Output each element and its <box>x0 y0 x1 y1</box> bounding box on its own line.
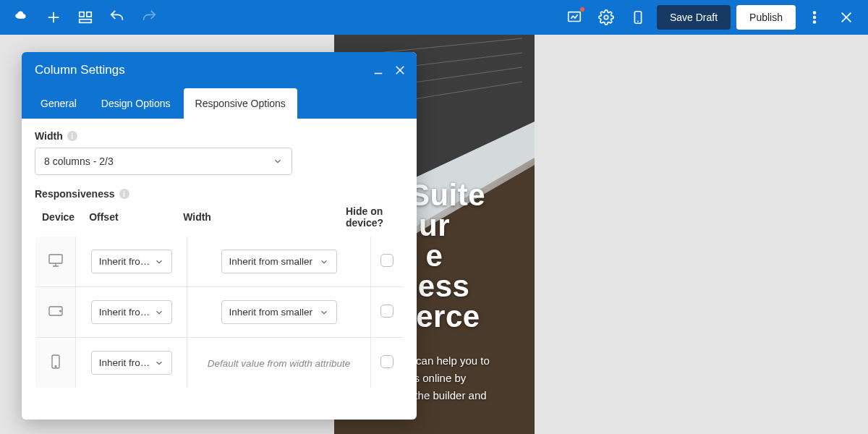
panel-title: Column Settings <box>35 63 125 77</box>
settings-icon[interactable] <box>593 4 619 30</box>
desktop-offset-select[interactable]: Inherit from sm <box>91 250 172 273</box>
top-bar: Save Draft Publish <box>0 0 868 35</box>
tablet-portrait-icon <box>47 353 64 370</box>
responsiveness-table-body: Inherit from sm Inherit from smaller <box>35 236 404 388</box>
tablet-landscape-icon <box>47 302 64 320</box>
column-settings-panel: Column Settings General Design Options R… <box>22 52 417 420</box>
desktop-hide-checkbox[interactable] <box>380 254 393 267</box>
width-select[interactable]: 8 columns - 2/3 <box>35 148 292 175</box>
save-draft-button[interactable]: Save Draft <box>657 5 731 30</box>
more-icon[interactable] <box>801 4 827 30</box>
info-icon[interactable]: i <box>119 189 129 199</box>
tab-general[interactable]: General <box>29 88 88 119</box>
svg-point-10 <box>814 17 816 19</box>
row-tablet-portrait: Inherit from sm Default value from width… <box>35 338 404 388</box>
tablet-landscape-width-select[interactable]: Inherit from smaller <box>221 300 337 324</box>
undo-icon[interactable] <box>104 4 130 30</box>
tablet-portrait-hide-checkbox[interactable] <box>380 355 393 368</box>
chevron-down-icon <box>319 307 329 318</box>
close-icon[interactable] <box>391 61 409 80</box>
topbar-right-group: Save Draft Publish <box>561 4 859 30</box>
device-preview-icon[interactable] <box>625 4 651 30</box>
info-icon[interactable]: i <box>67 131 77 141</box>
chevron-down-icon <box>319 257 329 267</box>
col-offset: Offset <box>82 205 176 236</box>
panel-header[interactable]: Column Settings <box>22 52 417 88</box>
panel-tabs: General Design Options Responsive Option… <box>22 88 417 119</box>
row-tablet-landscape: Inherit from sm Inherit from smaller <box>35 287 404 338</box>
chevron-down-icon <box>154 257 164 267</box>
panel-body: Width i 8 columns - 2/3 Responsiveness i… <box>22 119 417 420</box>
width-select-value: 8 columns - 2/3 <box>44 156 114 167</box>
responsiveness-label: Responsiveness i <box>35 188 404 200</box>
col-device: Device <box>35 205 82 236</box>
templates-icon[interactable] <box>72 4 98 30</box>
tablet-landscape-hide-checkbox[interactable] <box>380 305 393 318</box>
svg-rect-2 <box>80 12 84 17</box>
minimize-icon[interactable] <box>369 61 388 80</box>
svg-rect-24 <box>49 255 62 263</box>
logo-icon[interactable] <box>9 4 35 30</box>
svg-rect-3 <box>87 12 91 17</box>
desktop-icon <box>47 252 64 269</box>
chevron-down-icon <box>154 307 164 318</box>
width-label: Width i <box>35 130 404 142</box>
svg-point-28 <box>59 310 61 312</box>
redo-icon <box>136 4 162 30</box>
svg-point-30 <box>55 365 56 367</box>
tablet-landscape-offset-select[interactable]: Inherit from sm <box>91 300 172 324</box>
svg-point-9 <box>814 12 816 14</box>
tab-responsive-options[interactable]: Responsive Options <box>184 88 297 119</box>
responsiveness-table: Device Offset Width Hide on device? <box>35 205 404 236</box>
row-desktop: Inherit from sm Inherit from smaller <box>35 237 404 287</box>
close-editor-icon[interactable] <box>833 4 859 30</box>
col-width: Width <box>176 205 339 236</box>
chevron-down-icon <box>273 156 283 166</box>
svg-point-6 <box>604 15 608 20</box>
tablet-portrait-offset-select[interactable]: Inherit from sm <box>91 351 172 375</box>
chevron-down-icon <box>154 358 164 368</box>
col-hide: Hide on device? <box>339 205 404 236</box>
add-icon[interactable] <box>41 4 67 30</box>
svg-point-11 <box>814 21 816 23</box>
tab-design-options[interactable]: Design Options <box>90 88 182 119</box>
desktop-width-select[interactable]: Inherit from smaller <box>221 250 337 273</box>
topbar-left-group <box>9 4 162 30</box>
svg-rect-4 <box>80 20 92 23</box>
default-width-note: Default value from width attribute <box>208 358 350 369</box>
publish-button[interactable]: Publish <box>736 5 796 30</box>
insights-icon[interactable] <box>561 4 587 30</box>
